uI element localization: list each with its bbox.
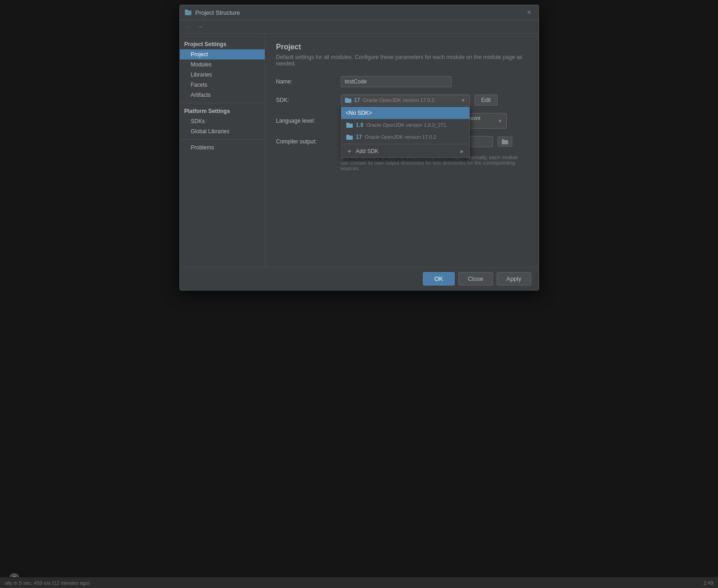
project-structure-dialog: Project Structure × ← → Project Settings… <box>179 5 539 291</box>
dialog-body: Project Settings Project Modules Librari… <box>180 34 539 267</box>
sdk-1-8-version: 1.8 <box>356 122 364 128</box>
svg-rect-0 <box>185 11 191 15</box>
browse-button[interactable] <box>498 137 512 147</box>
sidebar-item-project-label: Project <box>191 51 208 58</box>
sdk-17-version: 17 <box>356 134 362 140</box>
sidebar-item-sdks-label: SDKs <box>191 118 205 125</box>
sdk-dropdown-wrapper: 17 Oracle OpenJDK version 17.0.2 ▼ <No S… <box>341 95 470 106</box>
platform-settings-section-label: Platform Settings <box>180 106 265 116</box>
sdk-1-8-detail: Oracle OpenJDK version 1.8.0_271 <box>366 122 446 128</box>
forward-arrow[interactable]: → <box>196 22 206 31</box>
sidebar-item-sdks[interactable]: SDKs <box>180 116 265 126</box>
sidebar-divider-2 <box>180 139 265 140</box>
sdk-dropdown-menu: <No SDK> 1.8 Oracle OpenJDK version 1.8.… <box>341 107 470 158</box>
browse-icon <box>502 139 508 144</box>
title-bar: Project Structure × <box>180 5 539 20</box>
svg-rect-3 <box>502 139 504 141</box>
sdk-folder-icon-17 <box>346 134 353 140</box>
section-title: Project <box>276 43 528 51</box>
name-input[interactable] <box>341 76 451 87</box>
ok-button[interactable]: OK <box>423 272 455 285</box>
compiler-output-label: Compiler output: <box>276 138 336 145</box>
apply-button[interactable]: Apply <box>497 272 531 285</box>
add-sdk-icon: + <box>346 148 353 154</box>
edit-sdk-button[interactable]: Edit <box>475 95 498 106</box>
sidebar-item-facets[interactable]: Facets <box>180 80 265 90</box>
sidebar-item-problems[interactable]: Problems <box>180 143 265 153</box>
dialog-icon <box>184 9 192 16</box>
back-arrow[interactable]: ← <box>184 22 194 31</box>
sidebar-item-libraries-label: Libraries <box>191 71 212 78</box>
sdk-version-number: 17 <box>354 97 360 103</box>
project-settings-section-label: Project Settings <box>180 39 265 49</box>
sidebar-item-problems-label: Problems <box>191 144 214 151</box>
no-sdk-label: <No SDK> <box>346 110 372 116</box>
sdk-label: SDK: <box>276 97 336 103</box>
dialog-title: Project Structure <box>196 9 240 16</box>
close-dialog-button[interactable]: × <box>525 8 534 17</box>
bottom-bar: OK Close Apply <box>180 267 539 290</box>
svg-rect-2 <box>502 140 508 144</box>
main-content: Project Default settings for all modules… <box>265 34 539 267</box>
close-button[interactable]: Close <box>458 272 493 285</box>
dialog-overlay: Project Structure × ← → Project Settings… <box>0 0 718 588</box>
folder-icon-1-8 <box>346 123 353 128</box>
sidebar-item-modules-label: Modules <box>191 61 212 68</box>
sidebar-item-modules[interactable]: Modules <box>180 59 265 70</box>
sdk-option-no-sdk[interactable]: <No SDK> <box>341 107 469 119</box>
sdk-version-detail: Oracle OpenJDK version 17.0.2 <box>363 97 434 103</box>
dropdown-divider <box>341 144 469 144</box>
sdk-add-sdk[interactable]: + Add SDK ► <box>341 145 469 157</box>
add-sdk-label: Add SDK <box>356 148 379 154</box>
sidebar-divider <box>180 103 265 103</box>
nav-arrows: ← → <box>180 20 539 34</box>
section-desc: Default settings for all modules. Config… <box>276 54 528 67</box>
sdk-option-17[interactable]: 17 Oracle OpenJDK version 17.0.2 <box>341 131 469 143</box>
sidebar-item-artifacts[interactable]: Artifacts <box>180 90 265 100</box>
sdk-folder-icon <box>345 98 351 103</box>
sdk-option-1-8[interactable]: 1.8 Oracle OpenJDK version 1.8.0_271 <box>341 119 469 131</box>
status-text: ully in 5 sec. 459 ms (12 minutes ago) <box>5 580 90 586</box>
add-sdk-submenu-arrow: ► <box>460 148 465 154</box>
name-label: Name: <box>276 78 336 85</box>
status-time: 2:49 <box>704 580 713 586</box>
svg-rect-1 <box>185 10 188 11</box>
sidebar-item-artifacts-label: Artifacts <box>191 92 211 98</box>
sdk-17-detail: Oracle OpenJDK version 17.0.2 <box>365 134 436 140</box>
status-bar: ully in 5 sec. 459 ms (12 minutes ago) 2… <box>0 577 718 588</box>
language-level-label: Language level: <box>276 118 336 124</box>
sidebar: Project Settings Project Modules Librari… <box>180 34 265 267</box>
sdk-dropdown-arrow: ▼ <box>461 98 466 103</box>
sdk-folder-icon-1-8 <box>346 122 353 128</box>
sidebar-item-project[interactable]: Project <box>180 49 265 59</box>
language-level-dropdown-arrow: ▼ <box>498 119 503 124</box>
sdk-row: SDK: 17 Oracle OpenJDK version 17.0.2 ▼ <box>276 95 528 106</box>
folder-icon-17 <box>346 135 353 140</box>
title-bar-left: Project Structure <box>184 9 240 16</box>
sidebar-item-global-libraries[interactable]: Global Libraries <box>180 126 265 137</box>
sidebar-item-libraries[interactable]: Libraries <box>180 70 265 80</box>
sdk-dropdown[interactable]: 17 Oracle OpenJDK version 17.0.2 ▼ <box>341 95 470 106</box>
name-row: Name: <box>276 76 528 87</box>
sidebar-item-global-libraries-label: Global Libraries <box>191 128 230 135</box>
sidebar-item-facets-label: Facets <box>191 82 208 88</box>
sdk-select-text: 17 Oracle OpenJDK version 17.0.2 <box>345 97 459 103</box>
